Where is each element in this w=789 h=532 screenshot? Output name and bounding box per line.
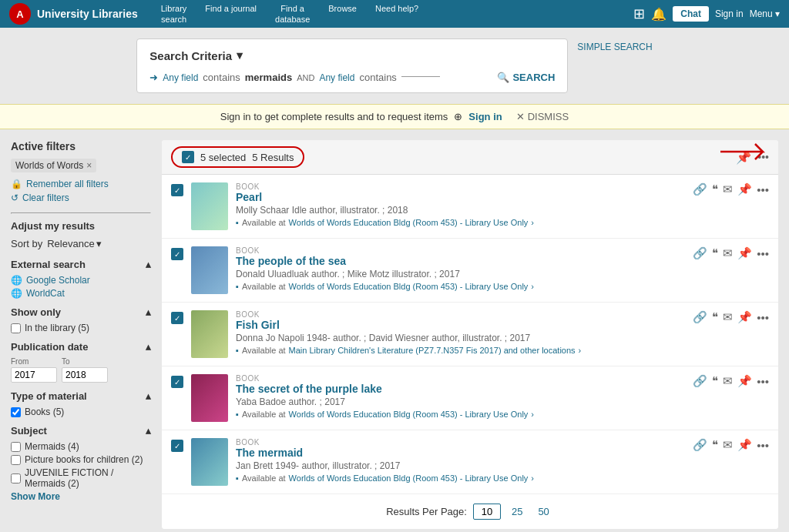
result-title-3[interactable]: The secret of the purple lake	[236, 383, 685, 395]
material-type-header[interactable]: Type of material ▴	[11, 390, 151, 402]
search-btn-label: SEARCH	[512, 72, 555, 83]
avail-link-1[interactable]: Worlds of Words Education Bldg (Room 453…	[289, 282, 529, 291]
books-checkbox[interactable]	[11, 407, 21, 417]
subject-item-0: Mermaids (4)	[11, 441, 151, 452]
link-icon-0[interactable]: 🔗	[693, 182, 707, 196]
per-page-input[interactable]	[473, 504, 501, 520]
email-icon-1[interactable]: ✉	[723, 246, 733, 260]
in-library-row: In the library (5)	[11, 323, 151, 333]
link-icon-3[interactable]: 🔗	[693, 374, 707, 388]
avail-link-4[interactable]: Worlds of Words Education Bldg (Room 453…	[289, 473, 529, 483]
more-result-icon-0[interactable]: •••	[757, 183, 769, 196]
pubdate-header[interactable]: Publication date ▴	[11, 341, 151, 353]
dismiss-button[interactable]: ✕ DISMISS	[516, 111, 569, 122]
result-item: ✓ BOOK The mermaid Jan Brett 1949- autho…	[162, 430, 778, 494]
quote-icon-2[interactable]: ❝	[712, 310, 718, 324]
email-icon-4[interactable]: ✉	[723, 438, 733, 452]
select-all-checkbox[interactable]: ✓	[182, 151, 194, 163]
pin-result-icon-4[interactable]: 📌	[737, 438, 752, 452]
worlds-of-words-filter[interactable]: Worlds of Words ×	[11, 159, 96, 172]
from-date-input[interactable]	[11, 367, 57, 383]
more-result-icon-3[interactable]: •••	[757, 375, 769, 388]
show-only-header[interactable]: Show only ▴	[11, 306, 151, 318]
link-icon-1[interactable]: 🔗	[693, 246, 707, 260]
to-label: To	[62, 357, 108, 366]
bell-icon[interactable]: 🔔	[651, 7, 666, 22]
avail-text-1: Available at	[242, 282, 286, 291]
link-icon-4[interactable]: 🔗	[693, 438, 707, 452]
result-actions-0: 🔗 ❝ ✉ 📌 •••	[693, 182, 769, 196]
sortby-select[interactable]: Relevance ▾	[47, 238, 101, 249]
signin-nav-link[interactable]: Sign in	[715, 8, 744, 19]
subject-header[interactable]: Subject ▴	[11, 425, 151, 437]
nav-browse[interactable]: Browse	[321, 0, 364, 28]
more-result-icon-4[interactable]: •••	[757, 439, 769, 452]
more-options-icon[interactable]: •••	[757, 151, 769, 163]
to-date-group: To	[62, 357, 108, 383]
avail-link-3[interactable]: Worlds of Words Education Bldg (Room 453…	[289, 410, 529, 419]
quote-icon-1[interactable]: ❝	[712, 246, 718, 260]
signin-banner-link[interactable]: Sign in	[468, 111, 502, 122]
pin-result-icon-0[interactable]: 📌	[737, 182, 752, 196]
more-result-icon-2[interactable]: •••	[757, 311, 769, 324]
result-checkbox-0[interactable]: ✓	[171, 184, 183, 196]
worldcat-link[interactable]: 🌐 WorldCat	[11, 288, 151, 299]
search-criteria-header[interactable]: Search Criteria ▾	[149, 49, 555, 62]
result-title-0[interactable]: Pearl	[236, 191, 685, 203]
result-actions-4: 🔗 ❝ ✉ 📌 •••	[693, 438, 769, 452]
nav-need-help[interactable]: Need help?	[368, 0, 426, 28]
simple-search-link[interactable]: SIMPLE SEARCH	[577, 38, 652, 52]
result-checkbox-2[interactable]: ✓	[171, 312, 183, 324]
picture-books-checkbox[interactable]	[11, 455, 21, 465]
juvenile-fiction-checkbox[interactable]	[11, 473, 21, 483]
remember-filters-action[interactable]: 🔒 Remember all filters	[11, 179, 151, 189]
result-checkbox-1[interactable]: ✓	[171, 248, 183, 260]
link-icon-2[interactable]: 🔗	[693, 310, 707, 324]
external-search-header[interactable]: External search ▴	[11, 259, 151, 270]
google-scholar-link[interactable]: 🌐 Google Scholar	[11, 275, 151, 286]
search-button[interactable]: 🔍 SEARCH	[497, 72, 555, 83]
books-label: Books (5)	[25, 407, 64, 417]
qr-icon[interactable]: ⊞	[633, 5, 645, 22]
show-more-link[interactable]: Show More	[11, 491, 151, 502]
pin-result-icon-3[interactable]: 📌	[737, 374, 752, 388]
search-blank[interactable]	[401, 76, 440, 77]
chevron-down-icon: ▾	[237, 49, 243, 62]
email-icon-0[interactable]: ✉	[723, 182, 733, 196]
mermaids-label: Mermaids (4)	[25, 441, 79, 452]
top-navigation: A University Libraries Librarysearch Fin…	[0, 0, 789, 28]
result-title-2[interactable]: Fish Girl	[236, 319, 685, 331]
institution-name: University Libraries	[37, 8, 138, 20]
pin-icon[interactable]: 📌	[736, 150, 751, 165]
nav-library-search[interactable]: Librarysearch	[153, 0, 195, 28]
nav-find-database[interactable]: Find adatabase	[267, 0, 317, 28]
result-author-4: Jan Brett 1949- author, illustrator. ; 2…	[236, 460, 685, 471]
remove-filter-icon[interactable]: ×	[86, 160, 92, 171]
result-availability-0: ▪ Available at Worlds of Words Education…	[236, 218, 685, 227]
page-25-btn[interactable]: 25	[507, 504, 527, 519]
menu-nav-button[interactable]: Menu ▾	[750, 8, 780, 19]
email-icon-2[interactable]: ✉	[723, 310, 733, 324]
nav-find-journal[interactable]: Find a journal	[197, 0, 264, 28]
result-content-2: BOOK Fish Girl Donna Jo Napoli 1948- aut…	[236, 310, 685, 355]
clear-filters-action[interactable]: ↺ Clear filters	[11, 192, 151, 203]
quote-icon-4[interactable]: ❝	[712, 438, 718, 452]
email-icon-3[interactable]: ✉	[723, 374, 733, 388]
avail-link-2[interactable]: Main Library Children's Literature (PZ7.…	[289, 346, 576, 355]
result-checkbox-4[interactable]: ✓	[171, 440, 183, 452]
quote-icon-0[interactable]: ❝	[712, 182, 718, 196]
mermaids-checkbox[interactable]	[11, 442, 21, 452]
more-result-icon-1[interactable]: •••	[757, 247, 769, 260]
pin-result-icon-2[interactable]: 📌	[737, 310, 752, 324]
quote-icon-3[interactable]: ❝	[712, 374, 718, 388]
avail-icon-4: ▪	[236, 473, 239, 483]
in-library-checkbox[interactable]	[11, 323, 21, 333]
result-title-4[interactable]: The mermaid	[236, 447, 685, 459]
chat-button[interactable]: Chat	[673, 6, 709, 22]
to-date-input[interactable]	[62, 367, 108, 383]
avail-link-0[interactable]: Worlds of Words Education Bldg (Room 453…	[289, 218, 529, 227]
page-50-btn[interactable]: 50	[533, 504, 553, 519]
result-checkbox-3[interactable]: ✓	[171, 376, 183, 388]
pin-result-icon-1[interactable]: 📌	[737, 246, 752, 260]
result-title-1[interactable]: The people of the sea	[236, 255, 685, 267]
